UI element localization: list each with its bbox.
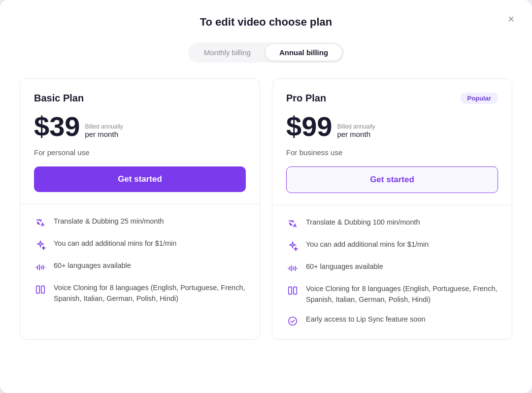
sparkle-icon-pro — [286, 240, 299, 253]
pro-price-details: Billed annually per month — [337, 123, 375, 140]
waveform-icon-pro — [286, 262, 299, 275]
basic-feature-languages-text: 60+ languages available — [54, 261, 131, 271]
pro-plan-top: Pro Plan Popular $99 Billed annually per… — [272, 79, 512, 205]
pro-price-row: $99 Billed annually per month — [286, 113, 498, 140]
check-circle-icon — [286, 315, 299, 328]
basic-feature-additional-mins-text: You can add additional mins for $1/min — [54, 238, 176, 249]
waveform-icon — [34, 261, 47, 274]
close-button[interactable]: × — [508, 14, 514, 25]
pricing-modal: To edit video choose plan × Monthly bill… — [0, 0, 532, 393]
annual-billing-button[interactable]: Annual billing — [266, 44, 342, 61]
pro-plan-card: Pro Plan Popular $99 Billed annually per… — [272, 78, 512, 340]
voice-clone-icon — [34, 283, 47, 296]
pro-feature-voice-clone: Voice Cloning for 8 languages (English, … — [286, 284, 498, 305]
billing-toggle: Monthly billing Annual billing — [20, 42, 512, 63]
svg-rect-1 — [41, 286, 44, 294]
pro-feature-languages: 60+ languages available — [286, 262, 498, 275]
pro-feature-voice-clone-text: Voice Cloning for 8 languages (English, … — [306, 284, 498, 305]
pro-feature-lip-sync-text: Early access to Lip Sync feature soon — [306, 314, 426, 325]
basic-feature-translate: Translate & Dubbing 25 min/month — [34, 216, 246, 229]
basic-plan-card: Basic Plan $39 Billed annually per month… — [20, 78, 260, 340]
svg-rect-3 — [294, 287, 297, 295]
basic-feature-translate-text: Translate & Dubbing 25 min/month — [54, 216, 164, 227]
pro-plan-description: For business use — [286, 148, 498, 157]
sparkle-icon — [34, 239, 47, 252]
pro-feature-additional-mins-text: You can add additional mins for $1/min — [306, 239, 429, 250]
svg-point-4 — [289, 317, 297, 325]
pro-plan-features: Translate & Dubbing 100 min/month You ca… — [272, 205, 512, 339]
basic-price-amount: $39 — [34, 113, 80, 140]
pro-feature-translate-text: Translate & Dubbing 100 min/month — [306, 217, 420, 228]
basic-plan-name-row: Basic Plan — [34, 93, 246, 104]
svg-rect-2 — [289, 287, 292, 295]
voice-clone-icon-pro — [286, 284, 299, 297]
billing-toggle-container: Monthly billing Annual billing — [188, 42, 344, 63]
pro-per-month: per month — [337, 130, 375, 138]
basic-price-details: Billed annually per month — [85, 123, 123, 140]
basic-price-row: $39 Billed annually per month — [34, 113, 246, 140]
basic-billed-text: Billed annually — [85, 123, 123, 130]
basic-feature-languages: 60+ languages available — [34, 261, 246, 274]
basic-feature-voice-clone: Voice Cloning for 8 languages (English, … — [34, 283, 246, 304]
svg-rect-0 — [36, 286, 39, 294]
basic-feature-voice-clone-text: Voice Cloning for 8 languages (English, … — [54, 283, 246, 304]
pro-feature-lip-sync: Early access to Lip Sync feature soon — [286, 314, 498, 328]
basic-feature-additional-mins: You can add additional mins for $1/min — [34, 238, 246, 252]
pro-feature-translate: Translate & Dubbing 100 min/month — [286, 217, 498, 230]
pro-billed-text: Billed annually — [337, 123, 375, 130]
popular-badge: Popular — [461, 93, 498, 104]
translate-icon-pro — [286, 218, 299, 230]
plans-grid: Basic Plan $39 Billed annually per month… — [20, 78, 512, 340]
pro-get-started-button[interactable]: Get started — [286, 166, 498, 193]
modal-header: To edit video choose plan — [20, 16, 512, 29]
monthly-billing-button[interactable]: Monthly billing — [190, 44, 265, 61]
pro-price-amount: $99 — [286, 113, 332, 140]
pro-feature-additional-mins: You can add additional mins for $1/min — [286, 239, 498, 253]
basic-plan-name: Basic Plan — [34, 93, 84, 104]
pro-feature-languages-text: 60+ languages available — [306, 262, 383, 272]
basic-plan-description: For personal use — [34, 148, 246, 157]
basic-plan-features: Translate & Dubbing 25 min/month You can… — [20, 204, 260, 316]
basic-get-started-button[interactable]: Get started — [34, 166, 246, 192]
basic-per-month: per month — [85, 130, 123, 138]
basic-plan-top: Basic Plan $39 Billed annually per month… — [20, 79, 260, 204]
modal-title: To edit video choose plan — [200, 16, 332, 28]
pro-plan-name: Pro Plan — [286, 93, 326, 104]
pro-plan-name-row: Pro Plan Popular — [286, 93, 498, 104]
translate-icon — [34, 217, 47, 229]
